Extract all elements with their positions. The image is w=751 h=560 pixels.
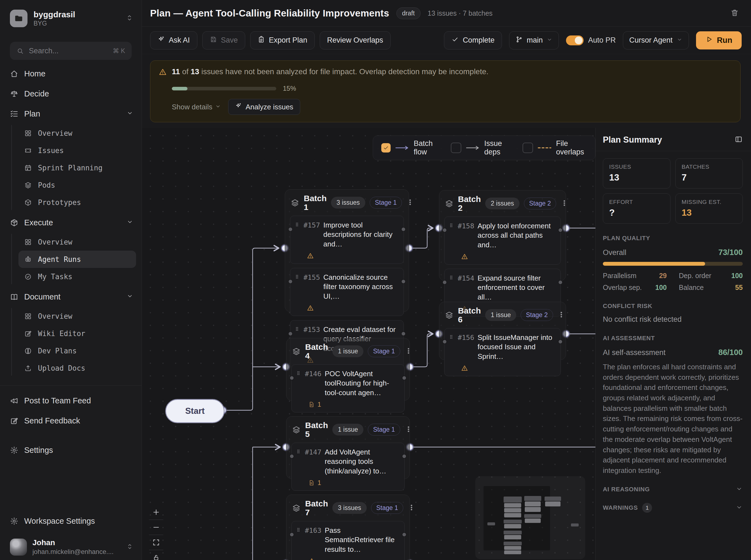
issue-card-155[interactable]: #155Canonicalize source filter taxonomy … bbox=[290, 268, 404, 316]
folder-icon bbox=[14, 14, 23, 23]
batch-node-batch-2[interactable]: Batch 22 issuesStage 2#158Apply tool enf… bbox=[439, 190, 566, 281]
legend-item-batch-flow[interactable]: Batch flow bbox=[381, 139, 438, 156]
issue-title: Add VoltAgent reasoning tools (think/ana… bbox=[325, 447, 400, 476]
drag-handle-icon[interactable] bbox=[448, 222, 454, 229]
handle-icon bbox=[448, 275, 454, 281]
sidebar-item-document-wiki-editor[interactable]: Wiki Editor bbox=[18, 325, 136, 342]
drag-handle-icon[interactable] bbox=[294, 221, 300, 228]
batch-node-batch-1[interactable]: Batch 13 issuesStage 1#157Improve tool d… bbox=[285, 189, 409, 312]
checkbox-unchecked-icon[interactable] bbox=[451, 143, 461, 153]
workspace-switcher[interactable]: byggdrasil BYG bbox=[10, 9, 133, 28]
issue-card-147[interactable]: #147Add VoltAgent reasoning tools (think… bbox=[291, 443, 404, 491]
sidebar-item-document[interactable]: Document bbox=[0, 287, 142, 307]
drag-handle-icon[interactable] bbox=[448, 334, 454, 341]
issue-title: POC VoltAgent toolRouting for high-tool-… bbox=[325, 369, 400, 397]
review-overlaps-button[interactable]: Review Overlaps bbox=[320, 31, 391, 49]
delete-plan-button[interactable] bbox=[730, 8, 739, 18]
issue-card-157[interactable]: #157Improve tool descriptions for clarit… bbox=[290, 216, 404, 264]
minimap[interactable] bbox=[475, 476, 585, 559]
drag-handle-icon[interactable] bbox=[296, 527, 301, 534]
sidebar-item-post-to-team-feed[interactable]: Post to Team Feed bbox=[0, 391, 142, 411]
user-menu[interactable]: Johan johan.mickelin@enhance.... bbox=[10, 538, 133, 556]
sidebar-item-workspace-settings[interactable]: Workspace Settings bbox=[0, 511, 142, 531]
sidebar-item-execute-agent-runs[interactable]: Agent Runs bbox=[18, 251, 136, 268]
issue-warning bbox=[307, 304, 399, 312]
fit-view-button[interactable] bbox=[149, 535, 163, 550]
sidebar-item-plan-pods[interactable]: Pods bbox=[18, 176, 136, 194]
sidebar-item-send-feedback[interactable]: Send Feedback bbox=[0, 411, 142, 431]
sidebar-item-plan-overview[interactable]: Overview bbox=[18, 124, 136, 142]
batch-node-batch-6[interactable]: Batch 61 issueStage 2#156Split IssueMana… bbox=[439, 302, 566, 360]
legend-item-issue-deps[interactable]: Issue deps bbox=[451, 139, 510, 156]
checkbox-unchecked-icon[interactable] bbox=[522, 143, 533, 153]
batch-menu-button[interactable] bbox=[404, 425, 412, 434]
issue-number: #163 bbox=[305, 526, 321, 535]
batch-menu-button[interactable] bbox=[406, 198, 414, 207]
toggle-switch[interactable] bbox=[566, 36, 584, 45]
checkbox-checked-icon[interactable] bbox=[381, 143, 391, 153]
lock-button[interactable] bbox=[149, 550, 163, 560]
batch-node-batch-7[interactable]: Batch 73 issuesStage 1#163Pass SemanticR… bbox=[286, 495, 410, 560]
workspace-switch-chevrons[interactable] bbox=[126, 14, 133, 23]
issue-card-156[interactable]: #156Split IssueManager into focused Issu… bbox=[444, 328, 561, 376]
analyze-issues-button[interactable]: Analyze issues bbox=[228, 99, 300, 115]
panel-title: Plan Summary bbox=[603, 135, 662, 145]
kebab-icon bbox=[404, 347, 412, 355]
check-icon bbox=[451, 36, 459, 43]
ask-ai-button[interactable]: Ask AI bbox=[150, 31, 197, 49]
sidebar-item-decide[interactable]: Decide bbox=[0, 84, 142, 104]
sidebar-item-execute-overview[interactable]: Overview bbox=[18, 233, 136, 251]
sidebar-item-home[interactable]: Home bbox=[0, 64, 142, 84]
sidebar-item-plan-prototypes[interactable]: Prototypes bbox=[18, 194, 136, 211]
section-toggle-ai-reasoning[interactable]: AI REASONING bbox=[603, 485, 743, 494]
plan-quality-heading: PLAN QUALITY bbox=[603, 235, 743, 242]
batch-menu-button[interactable] bbox=[404, 347, 412, 356]
warning-icon bbox=[461, 365, 468, 372]
legend-item-file-overlaps[interactable]: File overlaps bbox=[522, 139, 587, 156]
drag-handle-icon[interactable] bbox=[296, 448, 301, 456]
sidebar-item-plan-issues[interactable]: Issues bbox=[18, 142, 136, 159]
zoom-in-button[interactable] bbox=[149, 505, 163, 520]
batch-menu-button[interactable] bbox=[408, 504, 415, 513]
complete-button[interactable]: Complete bbox=[444, 31, 502, 49]
issue-card-158[interactable]: #158Apply tool enforcement across all ch… bbox=[444, 217, 561, 265]
stage-badge: Stage 1 bbox=[368, 424, 400, 436]
plan-graph-canvas[interactable]: Batch flowIssue depsFile overlaps Batch … bbox=[142, 128, 595, 560]
zoom-out-button[interactable] bbox=[149, 520, 163, 535]
export-plan-button[interactable]: Export Plan bbox=[250, 31, 315, 49]
batch-menu-button[interactable] bbox=[557, 311, 565, 320]
user-menu-chevrons[interactable] bbox=[126, 543, 133, 551]
agent-select[interactable]: Cursor Agent bbox=[623, 31, 689, 49]
batch-node-batch-5[interactable]: Batch 51 issueStage 1#147Add VoltAgent r… bbox=[286, 416, 410, 479]
workspace-abbr: BYG bbox=[34, 20, 75, 27]
sidebar-item-settings[interactable]: Settings bbox=[0, 440, 142, 460]
sidebar-item-execute-my-tasks[interactable]: My Tasks bbox=[18, 268, 136, 285]
collapse-panel-button[interactable] bbox=[734, 135, 743, 144]
branch-select[interactable]: main bbox=[509, 31, 559, 49]
run-button[interactable]: Run bbox=[696, 31, 742, 49]
sidebar-item-document-overview[interactable]: Overview bbox=[18, 307, 136, 325]
drag-handle-icon[interactable] bbox=[294, 326, 300, 333]
issue-card-163[interactable]: #163Pass SemanticRetriever file results … bbox=[291, 521, 404, 560]
show-details-link[interactable]: Show details bbox=[172, 103, 221, 111]
sidebar-item-execute[interactable]: Execute bbox=[0, 213, 142, 233]
auto-pr-toggle[interactable]: Auto PR bbox=[566, 36, 616, 45]
search-input[interactable]: Search... ⌘ K bbox=[10, 42, 132, 60]
upload-icon bbox=[24, 364, 32, 372]
sidebar-item-plan-sprint-planning[interactable]: Sprint Planning bbox=[18, 159, 136, 176]
batch-node-batch-4[interactable]: Batch 41 issueStage 1#146POC VoltAgent t… bbox=[286, 338, 410, 401]
stage-badge: Stage 1 bbox=[368, 345, 400, 357]
sidebar-item-document-upload-docs[interactable]: Upload Docs bbox=[18, 359, 136, 377]
issue-card-146[interactable]: #146POC VoltAgent toolRouting for high-t… bbox=[291, 364, 404, 413]
save-button[interactable]: Save bbox=[202, 31, 245, 49]
sidebar-item-document-dev-plans[interactable]: Dev Plans bbox=[18, 342, 136, 359]
fit-view-icon bbox=[152, 538, 160, 546]
kebab-icon bbox=[408, 504, 415, 512]
section-toggle-warnings[interactable]: WARNINGS1 bbox=[603, 503, 743, 513]
sidebar-item-plan[interactable]: Plan bbox=[0, 104, 142, 124]
start-node[interactable]: Start bbox=[165, 399, 224, 423]
batch-menu-button[interactable] bbox=[560, 199, 568, 208]
drag-handle-icon[interactable] bbox=[294, 274, 300, 281]
drag-handle-icon[interactable] bbox=[296, 370, 301, 377]
drag-handle-icon[interactable] bbox=[448, 275, 454, 282]
